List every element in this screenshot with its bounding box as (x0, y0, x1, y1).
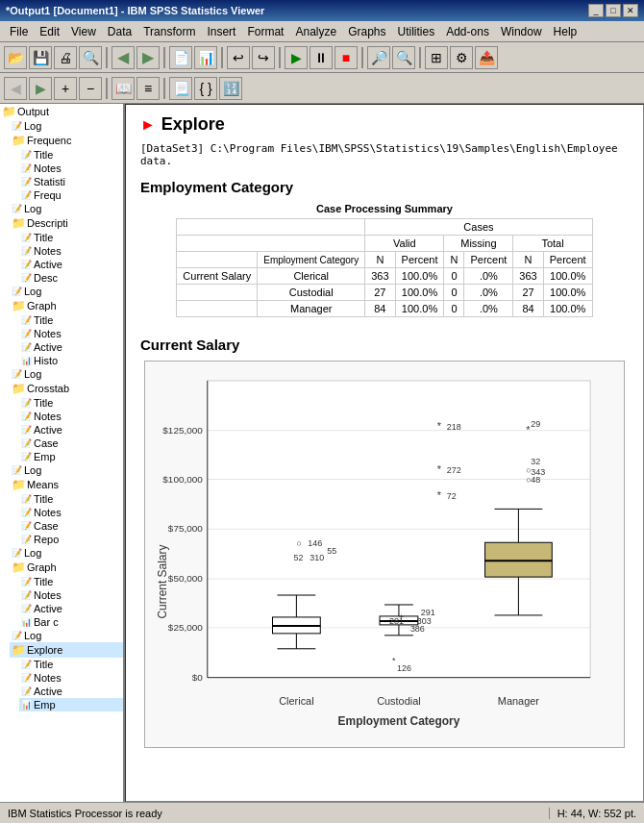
menu-graphs[interactable]: Graphs (342, 23, 391, 40)
tree-item-repo[interactable]: 📝 Repo (19, 533, 123, 546)
pause-button[interactable]: ⏸ (310, 46, 333, 69)
menu-edit[interactable]: Edit (34, 23, 65, 40)
menu-analyze[interactable]: Analyze (289, 23, 342, 40)
tree-label-frequ: Frequ (34, 189, 62, 201)
output-button[interactable]: 📃 (169, 77, 192, 100)
tree-item-title7[interactable]: 📝 Title (19, 658, 123, 671)
tree-item-barc[interactable]: 📊 Bar c (19, 615, 123, 629)
tree-icon-c1: 📝 (21, 438, 32, 448)
tree-item-title2[interactable]: 📝 Title (19, 231, 123, 244)
tree-item-notes7[interactable]: 📝 Notes (19, 671, 123, 685)
tree-item-log5[interactable]: 📝 Log (10, 463, 123, 477)
tree-item-means[interactable]: 📁 Means (10, 477, 123, 492)
tree-item-title4[interactable]: 📝 Title (19, 396, 123, 410)
menu-data[interactable]: Data (102, 23, 137, 40)
svg-text:126: 126 (397, 663, 411, 673)
separator-6 (419, 47, 421, 68)
tree-item-frequ[interactable]: 📝 Frequ (19, 188, 123, 202)
tree-item-case1[interactable]: 📝 Case (19, 436, 123, 450)
menu-view[interactable]: View (65, 23, 102, 40)
stop-button[interactable]: ■ (334, 46, 358, 69)
tree-item-title6[interactable]: 📝 Title (19, 575, 123, 588)
tree-item-case2[interactable]: 📝 Case (19, 519, 123, 533)
status-dimensions: H: 44, W: 552 pt. (549, 808, 636, 819)
tree-item-title1[interactable]: 📝 Title (19, 148, 123, 162)
tree-item-notes3[interactable]: 📝 Notes (19, 327, 123, 340)
tree-item-notes2[interactable]: 📝 Notes (19, 244, 123, 258)
view-list-button[interactable]: ≡ (136, 77, 160, 100)
maximize-button[interactable]: □ (606, 4, 621, 17)
redo-button[interactable]: ↪ (252, 46, 275, 69)
layout-button[interactable]: ⊞ (425, 46, 448, 69)
tree-item-crosstab[interactable]: 📁 Crosstab (10, 381, 123, 396)
print-preview-button[interactable]: 🔍 (79, 46, 102, 69)
minimize-button[interactable]: _ (588, 4, 604, 17)
menu-help[interactable]: Help (548, 23, 583, 40)
tree-item-active3[interactable]: 📝 Active (19, 423, 123, 436)
tree-label-t5: Title (34, 493, 53, 505)
syntax-button[interactable]: { } (194, 77, 217, 100)
tree-item-frequency[interactable]: 📁 Frequenc (10, 133, 123, 148)
tree-item-active1[interactable]: 📝 Active (19, 258, 123, 271)
tree-item-output[interactable]: 📁 Output (0, 104, 123, 119)
total-pct-header: Percent (543, 252, 592, 268)
menu-utilities[interactable]: Utilities (392, 23, 441, 40)
tree-icon-t7: 📝 (21, 660, 32, 669)
tree-item-log1[interactable]: 📝 Log (10, 119, 123, 133)
row-total-pct-1: 100.0% (543, 268, 592, 285)
tree-item-graph2[interactable]: 📁 Graph (10, 560, 123, 575)
tree-item-notes5[interactable]: 📝 Notes (19, 506, 123, 519)
save-button[interactable]: 💾 (29, 46, 52, 69)
nav-back-button[interactable]: ◀ (4, 77, 27, 100)
zoom-out-button[interactable]: 🔍 (392, 46, 415, 69)
nav-plus-button[interactable]: + (54, 77, 77, 100)
view-book-button[interactable]: 📖 (111, 77, 135, 100)
menu-transform[interactable]: Transform (137, 23, 201, 40)
tree-item-emp1[interactable]: 📝 Emp (19, 450, 123, 463)
forward-button[interactable]: ▶ (136, 46, 160, 69)
tree-item-log2[interactable]: 📝 Log (10, 202, 123, 215)
export-button[interactable]: 📤 (475, 46, 498, 69)
menu-addons[interactable]: Add-ons (440, 23, 495, 40)
tree-item-log3[interactable]: 📝 Log (10, 285, 123, 298)
tree-item-log7[interactable]: 📝 Log (10, 629, 123, 642)
tree-item-notes1[interactable]: 📝 Notes (19, 162, 123, 175)
tree-item-active2[interactable]: 📝 Active (19, 340, 123, 354)
tree-item-histo[interactable]: 📊 Histo (19, 354, 123, 367)
tree-icon-histo: 📊 (21, 356, 32, 365)
tree-label-e2: Emp (34, 699, 56, 711)
undo-button[interactable]: ↩ (227, 46, 250, 69)
insert-chart-button[interactable]: 📊 (194, 46, 217, 69)
print-button[interactable]: 🖨 (54, 46, 77, 69)
data-editor-button[interactable]: 🔢 (219, 77, 242, 100)
menu-insert[interactable]: Insert (201, 23, 241, 40)
tree-item-explore[interactable]: 📁 Explore (10, 642, 123, 658)
nav-forward-button[interactable]: ▶ (29, 77, 52, 100)
run-button[interactable]: ▶ (285, 46, 308, 69)
insert-output-button[interactable]: 📄 (169, 46, 192, 69)
tree-item-graph1[interactable]: 📁 Graph (10, 298, 123, 313)
tree-item-notes4[interactable]: 📝 Notes (19, 410, 123, 423)
zoom-in-button[interactable]: 🔎 (367, 46, 390, 69)
tree-item-title5[interactable]: 📝 Title (19, 492, 123, 506)
tree-item-active4[interactable]: 📝 Active (19, 602, 123, 615)
back-button[interactable]: ◀ (111, 46, 135, 69)
tree-icon-n6: 📝 (21, 590, 32, 600)
options-button[interactable]: ⚙ (450, 46, 473, 69)
open-button[interactable]: 📂 (4, 46, 27, 69)
close-button[interactable]: ✕ (623, 4, 638, 17)
tree-item-statistic[interactable]: 📝 Statisti (19, 175, 123, 188)
tree-item-title3[interactable]: 📝 Title (19, 313, 123, 327)
menu-file[interactable]: File (4, 23, 34, 40)
tree-item-active5[interactable]: 📝 Active (19, 685, 123, 698)
tree-item-log4[interactable]: 📝 Log (10, 367, 123, 381)
tree-item-desc2[interactable]: 📝 Desc (19, 271, 123, 285)
tree-item-emp2[interactable]: 📊 Emp (19, 698, 123, 711)
menu-window[interactable]: Window (495, 23, 548, 40)
tree-item-log6[interactable]: 📝 Log (10, 546, 123, 560)
tree-item-descriptive[interactable]: 📁 Descripti (10, 215, 123, 231)
content-panel[interactable]: ► Explore [DataSet3] C:\Program Files\IB… (125, 104, 644, 802)
menu-format[interactable]: Format (241, 23, 289, 40)
nav-minus-button[interactable]: − (79, 77, 102, 100)
tree-item-notes6[interactable]: 📝 Notes (19, 588, 123, 602)
